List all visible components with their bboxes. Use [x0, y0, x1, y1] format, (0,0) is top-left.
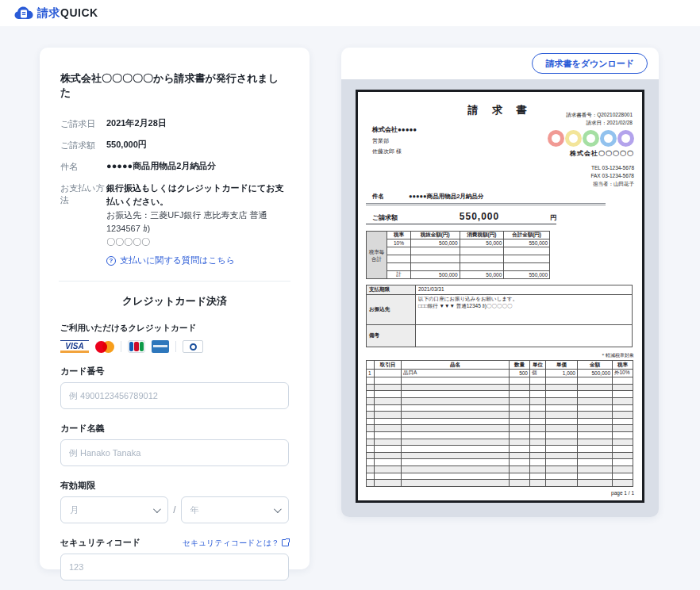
deadline-value: 2021/03/31 [416, 285, 633, 295]
expiry-month-placeholder: 月 [70, 504, 79, 516]
app-header: 請求QUICK [0, 0, 700, 26]
invoice-panel-header: 請求書をダウンロード [341, 48, 659, 79]
line-item-row [367, 418, 633, 425]
line-item-row [367, 452, 633, 459]
security-code-field: セキュリティコード セキュリティコードとは？ [60, 537, 289, 580]
line-item-row [367, 439, 633, 446]
external-link-icon [282, 539, 289, 546]
card-name-label: カード名義 [60, 423, 105, 435]
chevron-down-icon [153, 505, 161, 513]
line-item-row [367, 391, 633, 398]
invoice-date: 請求日：2021/02/28 [566, 119, 633, 127]
invoice-number: 請求書番号：Q20210228001 [566, 111, 633, 119]
payment-faq-link-label: 支払いに関する質問はこちら [120, 255, 235, 266]
line-item-row: 1 品目A 500 個 1,000 500,000 外10% [367, 370, 633, 377]
tax-summary-row: 計 500,000 50,000 550,000 [387, 271, 550, 279]
app-title: 請求QUICK [37, 6, 98, 21]
card-name-input[interactable] [60, 439, 289, 466]
line-item-row [367, 377, 633, 385]
line-item-row [367, 446, 633, 453]
tax-summary-row [387, 255, 550, 263]
line-item-row [367, 431, 633, 439]
question-icon: ? [106, 256, 116, 266]
security-code-input[interactable] [60, 554, 289, 580]
line-item-row [367, 473, 633, 480]
tax-summary-row: 10% 500,000 50,000 550,000 [387, 239, 550, 247]
info-row-subject: 件名 ●●●●●商品用物品2月納品分 [60, 160, 289, 173]
expiry-separator: / [168, 504, 181, 515]
payment-card: 株式会社〇〇〇〇〇から請求書が発行されました ご請求日 2021年2月28日 ご… [40, 48, 310, 569]
line-item-row [367, 459, 633, 466]
invoice-subject-value: ●●●●●商品用物品2月納品分 [409, 193, 483, 201]
logo-ring-icon [583, 130, 599, 147]
card-brand-icons: VISA [60, 340, 289, 353]
issuer-logo-rings [547, 130, 634, 147]
invoice-document: 請 求 書 請求書番号：Q20210228001 請求日：2021/02/28 … [356, 90, 644, 503]
chevron-down-icon [274, 505, 282, 513]
page-indicator: page 1 / 1 [366, 490, 634, 496]
invoice-issued-title: 株式会社〇〇〇〇〇から請求書が発行されました [60, 71, 289, 100]
security-code-help-link[interactable]: セキュリティコードとは？ [183, 538, 289, 549]
subject-value: ●●●●●商品用物品2月納品分 [106, 160, 216, 173]
tax-summary-table: 税率 税抜金額(円) 消費税額(円) 合計金額(円) 10% 500,000 [387, 231, 550, 279]
info-row-payment-method: お支払い方法 銀行振込もしくはクレジットカードにてお支払いください。 お振込先：… [60, 182, 289, 266]
billing-amount-label: ご請求額 [60, 139, 106, 151]
expiry-year-placeholder: 年 [190, 504, 199, 516]
credit-card-section-heading: クレジットカード決済 [60, 294, 289, 308]
card-number-field: カード番号 [60, 366, 289, 409]
expiry-label: 有効期限 [60, 480, 95, 492]
amex-icon [152, 340, 169, 353]
recipient-company: 株式会社●●●●● [372, 124, 417, 136]
payment-method-line3: 〇〇〇〇〇 [106, 236, 289, 249]
logo-ring-icon [565, 130, 582, 147]
payment-faq-link[interactable]: ? 支払いに関する質問はこちら [106, 255, 289, 266]
deadline-row: 支払期限 2021/03/31 [367, 285, 633, 295]
recipient-person: 佐藤次郎 様 [372, 146, 417, 156]
accepted-cards-label: ご利用いただけるクレジットカード [60, 323, 289, 334]
billing-date-value: 2021年2月28日 [106, 117, 167, 130]
tax-summary-row [387, 247, 550, 255]
brand-divider [121, 341, 121, 352]
invoice-subject-label: 件名 [372, 193, 409, 201]
payment-method-line1: 銀行振込もしくはクレジットカードにてお支払いください。 [106, 182, 289, 209]
expiry-month-select[interactable]: 月 [60, 496, 168, 523]
invoice-amount-unit: 円 [550, 213, 556, 222]
recipient-dept: 営業部 [372, 136, 417, 146]
invoice-preview-area: 請 求 書 請求書番号：Q20210228001 請求日：2021/02/28 … [341, 79, 659, 517]
diners-club-icon [183, 340, 203, 353]
logo-ring-icon [548, 130, 564, 147]
invoice-amount-label: ご請求額 [372, 213, 409, 222]
bank-label: お振込先 [367, 295, 416, 325]
line-item-row [367, 384, 633, 391]
remarks-value [416, 325, 633, 347]
jcb-icon [128, 340, 145, 353]
expiry-field: 有効期限 月 / 年 [60, 480, 289, 523]
line-item-row [367, 412, 633, 419]
visa-icon: VISA [60, 340, 89, 353]
invoice-recipient: 株式会社●●●●● 営業部 佐藤次郎 様 [366, 124, 417, 158]
payment-method-label: お支払い方法 [60, 182, 106, 266]
bank-row: お振込先 以下の口座にお振り込みをお願いします。 □□□銀行 ▼▼▼ 普通123… [367, 295, 633, 325]
download-invoice-button[interactable]: 請求書をダウンロード [532, 53, 648, 74]
subject-label: 件名 [60, 160, 106, 173]
expiry-year-select[interactable]: 年 [181, 496, 289, 523]
invoice-amount-row: ご請求額 550,000 円 [366, 208, 556, 224]
security-code-label: セキュリティコード [60, 537, 140, 549]
card-number-label: カード番号 [60, 366, 105, 377]
logo-ring-icon [600, 130, 617, 147]
info-row-billing-amount: ご請求額 550,000円 [60, 139, 289, 151]
invoice-preview-panel: 請求書をダウンロード 請 求 書 請求書番号：Q20210228001 請求日：… [341, 48, 659, 517]
reduced-tax-note: ＊軽減税率対象 [366, 352, 634, 359]
card-number-input[interactable] [60, 382, 289, 409]
card-name-field: カード名義 [60, 423, 289, 466]
invoice-meta: 請求書番号：Q20210228001 請求日：2021/02/28 [566, 111, 633, 128]
issuer-company: 株式会社〇〇〇〇〇 [547, 149, 634, 158]
remarks-label: 備考 [367, 325, 416, 347]
line-item-row [367, 404, 633, 412]
tax-summary-row [387, 263, 550, 271]
invoice-issuer: 株式会社〇〇〇〇〇 [547, 124, 634, 158]
app-logo: 請求QUICK [14, 6, 98, 21]
billing-amount-value: 550,000円 [106, 139, 147, 151]
payment-method-line2: お振込先：三菱UFJ銀行 恵比寿支店 普通 1234567 ｶ) [106, 209, 289, 236]
cloud-document-icon [14, 6, 33, 20]
